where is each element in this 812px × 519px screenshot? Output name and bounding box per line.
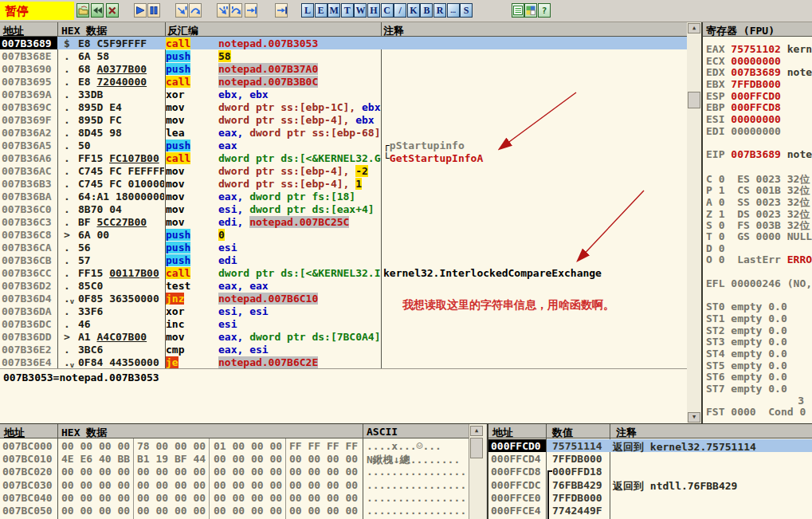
register-line[interactable]: ST3 empty 0.0 [706,336,812,348]
help-icon[interactable]: ? [538,3,551,18]
register-line[interactable] [706,289,812,301]
stack-row[interactable]: 000FFCE47742449F [488,504,812,517]
step-over-icon[interactable] [189,3,202,18]
trace-over-icon[interactable] [229,3,242,18]
register-line[interactable]: ST0 empty 0.0 [706,301,812,313]
stack-row[interactable]: 000FFCDC76FBB429返回到 ntdll.76FBB429 [488,478,812,491]
disasm-row[interactable]: 007B36E2.3BC6cmpeax, esi [0,343,687,356]
disasm-row[interactable]: 007B36A5.50pusheax┌pStartupinfo [0,139,687,151]
register-line[interactable]: EFL 00000246 (NO,NB [706,277,812,289]
disasm-row[interactable]: 007B3690.68 A0377B00pushnotepad.007B37A0 [0,62,687,75]
disasm-row[interactable]: 007B36CC.FF15 00117B00calldword ptr ds:[… [0,266,687,279]
stack-row[interactable]: 000FFCE07FFDB000 [488,491,812,504]
register-line[interactable]: ST1 empty 0.0 [706,313,812,324]
dump-scroll-thumb[interactable] [470,438,483,458]
toolbar-button-M[interactable]: M [328,3,340,18]
register-line[interactable]: S 0 FS 003B 32位 [706,218,812,230]
register-line[interactable]: EBX 7FFDB000 [706,78,812,90]
register-line[interactable]: ST5 empty 0.0 [706,360,812,372]
register-line[interactable]: EIP 007B3689 notepad. [706,148,812,160]
disasm-row[interactable]: 007B3695.E8 72040000callnotepad.007B3B0C [0,75,687,88]
register-line[interactable]: T 0 GS 0000 NULL [706,230,812,242]
toolbar-button-dots[interactable]: ... [447,3,460,18]
toolbar-button-W[interactable]: W [354,3,367,18]
stack-row[interactable]: 000FFCD47FFDB000 [488,452,812,465]
stack-row[interactable]: 000FFCD075751114返回到 kernel32.75751114 [488,439,812,452]
register-line[interactable]: ESI 00000000 [706,113,812,125]
stack-header-address[interactable]: 地址 [492,426,513,440]
disasm-row[interactable]: 007B36DD>A1 A4C07B00moveax, dword ptr ds… [0,330,687,343]
disasm-row[interactable]: 007B36AC.C745 FC FEFFFFFFmovdword ptr ss… [0,164,687,177]
toolbar-button-C[interactable]: C [381,3,394,18]
dump-row[interactable]: 007BC05000 00 00 0000 00 00 0000 00 00 0… [0,504,469,517]
dump-header-address[interactable]: 地址 [4,426,25,440]
dump-scrollbar[interactable]: ▲ [469,424,486,519]
register-line[interactable]: ST6 empty 0.0 [706,371,812,383]
register-line[interactable]: A 0 SS 0023 32位 [706,195,812,207]
close-icon[interactable] [106,3,119,18]
step-into-icon[interactable] [175,3,188,18]
disasm-row[interactable]: 007B36A2.8D45 98leaeax, dword ptr ss:[eb… [0,126,687,139]
colors-icon[interactable] [524,3,537,18]
stack-header-value[interactable]: 数值 [552,426,573,440]
dump-header-ascii[interactable]: ASCII [367,426,398,438]
register-line[interactable]: EDX 007B3689 notepad. [706,66,812,78]
register-line[interactable]: 3 [706,395,812,407]
register-line[interactable]: ST4 empty 0.0 [706,348,812,360]
disasm-row[interactable]: 007B36E4.v0F84 44350000jenotepad.007B6C2… [0,356,687,368]
goto-icon[interactable] [275,3,288,18]
run-to-return-icon[interactable] [245,3,257,18]
toolbar-button-E[interactable]: E [315,3,328,18]
register-line[interactable]: ST7 empty 0.0 [706,383,812,395]
disasm-row[interactable]: 007B368E.6A 58push58 [0,49,687,62]
register-line[interactable]: C 0 ES 0023 32位 [706,172,812,184]
register-line[interactable]: O 0 LastErr ERROR_SU [706,254,812,265]
dump-row[interactable]: 007BC0104E E6 40 BBB1 19 BF 4400 00 00 0… [0,452,469,465]
disasm-scroll-thumb[interactable] [688,92,700,108]
register-line[interactable]: D 0 [706,242,812,254]
trace-into-icon[interactable] [217,3,229,18]
register-line[interactable] [706,265,812,277]
disasm-row[interactable]: 007B3689$E8 C5F9FFFFcallnotepad.007B3053 [0,37,687,49]
dump-row[interactable]: 007BC00000 00 00 0078 00 00 0001 00 00 0… [0,439,469,452]
open-folder-icon[interactable] [76,3,89,18]
scroll-down-icon[interactable]: ▼ [688,412,700,423]
disasm-row[interactable]: 007B36CA.56pushesi [0,241,687,254]
disasm-row[interactable]: 007B36CB.57pushedi [0,254,687,266]
restart-icon[interactable] [91,3,104,18]
toolbar-button-L[interactable]: L [301,3,314,18]
toolbar-button-H[interactable]: H [367,3,380,18]
toolbar-button-K[interactable]: K [407,3,420,18]
pause-icon[interactable] [147,3,160,18]
disasm-row[interactable]: 007B369F.895D FCmovdword ptr ss:[ebp-4],… [0,113,687,126]
registers-title[interactable]: 寄存器 (FPU) [706,24,775,38]
stack-row[interactable]: 000FFCD8000FFD18 [488,465,812,478]
dump-row[interactable]: 007BC03000 00 00 0000 00 00 0000 00 00 0… [0,478,469,491]
register-line[interactable]: FST 0000 Cond 0 0 0 [706,406,812,418]
register-line[interactable]: ST2 empty 0.0 [706,324,812,336]
dump-header-hex[interactable]: HEX 数据 [61,426,107,440]
toolbar-button-S[interactable]: S [460,3,473,18]
dump-row[interactable]: 007BC04000 00 00 0000 00 00 0000 00 00 0… [0,491,469,504]
disasm-row[interactable]: 007B369C.895D E4movdword ptr ss:[ebp-1C]… [0,100,687,113]
disasm-row[interactable]: 007B36C3.BF 5CC27B00movedi, notepad.007B… [0,215,687,228]
scroll-up-icon[interactable]: ▲ [688,23,700,33]
register-line[interactable] [706,160,812,172]
list-icon[interactable] [512,3,524,18]
disasm-row[interactable]: 007B36D2.85C0testeax, eax [0,279,687,292]
disasm-row[interactable]: 007B36A6.FF15 FC107B00calldword ptr ds:[… [0,151,687,164]
toolbar-button-R[interactable]: R [433,3,446,18]
disasm-row[interactable]: 007B36C0.8B70 04movesi, dword ptr ds:[ea… [0,202,687,215]
register-line[interactable]: EBP 000FFCD8 [706,101,812,113]
register-line[interactable] [706,137,812,149]
disasm-scrollbar[interactable]: ▲ ▼ [687,22,701,423]
register-line[interactable]: ECX 00000000 [706,55,812,67]
register-line[interactable]: EAX 75751102 kernel32 [706,43,812,55]
disasm-row[interactable]: 007B36B3.C745 FC 01000000movdword ptr ss… [0,177,687,190]
disasm-row[interactable]: 007B36C8>6A 00push0 [0,228,687,241]
scroll-up-icon[interactable]: ▲ [470,426,483,436]
register-line[interactable]: Z 1 DS 0023 32位 [706,207,812,219]
dump-row[interactable]: 007BC02000 00 00 0000 00 00 0000 00 00 0… [0,465,469,478]
disasm-row[interactable]: 007B36DC.46incesi [0,317,687,330]
toolbar-button-T[interactable]: T [341,3,354,18]
